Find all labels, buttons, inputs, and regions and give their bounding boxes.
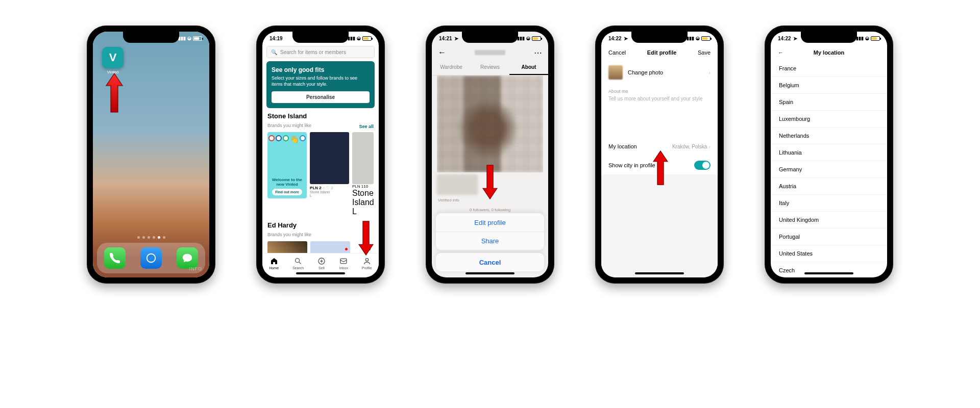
plus-circle-icon [317,257,326,265]
share-option[interactable]: Share [436,232,544,250]
battery-icon [532,36,541,41]
signal-icon: ▮▮▮ [348,36,355,41]
promo-card[interactable]: 👋 Welcome to the new Vinted Find out mor… [267,132,307,198]
section-subtitle: Brands you might like [267,123,311,128]
listing-card[interactable]: PLN 110 Stone Island L [352,132,374,216]
status-time: 14:19 [270,36,283,41]
section-title: Stone Island [267,112,311,120]
profile-icon [363,257,371,265]
page-title: Edit profile [647,49,676,56]
action-sheet: Edit profile Share [436,213,544,250]
tab-home[interactable]: Home [269,257,279,270]
tab-inbox[interactable]: Inbox [339,257,348,270]
empty-area [601,174,718,277]
my-location-row[interactable]: My location Kraków, Polska › [601,137,718,156]
about-me-input[interactable]: Tell us more about yourself and your sty… [601,94,718,137]
phone-5-location-picker: 14:22➤ ▮▮▮ ◒ ← My location FranceBelgium… [765,26,893,284]
country-row[interactable]: Austria [771,178,887,195]
phone-app-icon[interactable] [104,247,126,269]
status-time: 14:22 [778,36,791,41]
phone-3-profile-about: 14:21➤ ▮▮▮ ◒ ← ⋯ Wardrobe Reviews About … [426,26,554,284]
show-city-label: Show city in profile [608,162,655,168]
tab-reviews[interactable]: Reviews [471,60,509,75]
safari-app-icon[interactable] [140,247,162,269]
status-time: 14:21 [439,36,452,41]
battery-icon [362,36,372,41]
wifi-icon: ◒ [696,36,700,41]
country-row[interactable]: United Kingdom [771,212,887,228]
country-row[interactable]: Spain [771,94,887,111]
signal-icon: ▮▮▮ [178,36,186,41]
personalise-button[interactable]: Personalise [272,91,370,103]
verified-info-label: Verified info [438,198,459,202]
cancel-button[interactable]: Cancel [608,49,626,56]
promo-text: Welcome to the new Vinted [271,177,304,187]
phone-2-home-feed: 14:19 ▮▮▮ ◒ 🔍 Search for items or member… [256,26,385,284]
back-icon[interactable]: ← [778,49,783,56]
banner-title: See only good fits [272,66,370,73]
cancel-button[interactable]: Cancel [436,253,544,271]
country-row[interactable]: Italy [771,195,887,212]
followers-count: 0 followers, 0 following [432,208,548,212]
wallpaper [93,32,209,277]
location-arrow-icon: ➤ [793,36,797,41]
see-all-link[interactable]: See all [359,124,374,129]
vinted-app-icon[interactable]: V [102,47,124,68]
save-button[interactable]: Save [698,49,710,56]
svg-point-2 [296,259,300,263]
messages-app-icon[interactable] [177,247,198,269]
listing-card[interactable]: PLN 2 ○ ♡ 2 Stone Island L [310,132,349,216]
promo-cta[interactable]: Find out more [272,189,302,195]
phone-1-home-screen: ▮▮▮ ◒ V Vinted INFO [87,26,215,284]
watermark: INFO [189,266,203,271]
country-row[interactable]: Netherlands [771,128,887,144]
show-city-toggle-row: Show city in profile [601,156,718,175]
tab-sell[interactable]: Sell [317,257,326,270]
listing-image [310,132,349,184]
page-title: My location [814,49,845,56]
search-icon: 🔍 [271,49,277,55]
country-row[interactable]: Portugal [771,228,887,245]
search-input[interactable]: 🔍 Search for items or members [266,46,375,58]
tab-search[interactable]: Search [292,257,304,270]
tab-profile[interactable]: Profile [362,257,372,270]
country-row[interactable]: Luxembourg [771,111,887,128]
svg-point-1 [148,254,155,262]
status-time: 14:22 [608,36,622,41]
search-placeholder: Search for items or members [280,49,346,55]
country-row[interactable]: United States [771,245,887,262]
country-row[interactable]: Lithuania [771,144,887,161]
tab-about[interactable]: About [509,60,548,75]
edit-profile-option[interactable]: Edit profile [436,213,544,232]
country-row[interactable]: France [771,60,887,77]
svg-point-5 [365,259,368,261]
tab-wardrobe[interactable]: Wardrobe [432,60,471,75]
toggle-switch[interactable] [694,161,710,170]
signal-icon: ▮▮▮ [517,36,525,41]
battery-icon [193,36,202,41]
change-photo-row[interactable]: Change photo › [601,60,718,85]
personalise-banner: See only good fits Select your sizes and… [266,61,375,108]
listing-image [352,132,374,184]
country-row[interactable]: Czech [771,262,887,272]
chevron-right-icon: › [708,69,710,75]
about-me-label: About me [601,85,718,94]
country-row[interactable]: Germany [771,161,887,178]
battery-icon [701,36,710,41]
section-subtitle: Brands you might like [267,232,311,237]
signal-icon: ▮▮▮ [687,36,694,41]
country-list[interactable]: FranceBelgiumSpainLuxembourgNetherlandsL… [771,60,887,272]
section-title: Ed Hardy [267,221,311,229]
location-arrow-icon: ➤ [624,36,628,41]
chevron-right-icon: › [708,143,710,149]
wifi-icon: ◒ [357,36,361,41]
country-row[interactable]: Belgium [771,77,887,94]
svg-rect-4 [340,259,347,263]
search-icon [294,257,302,265]
wifi-icon: ◒ [526,36,530,41]
battery-icon [871,36,880,41]
more-icon[interactable]: ⋯ [534,48,542,58]
location-arrow-icon: ➤ [454,36,458,41]
back-icon[interactable]: ← [438,48,446,57]
vinted-app-label: Vinted [102,70,124,74]
